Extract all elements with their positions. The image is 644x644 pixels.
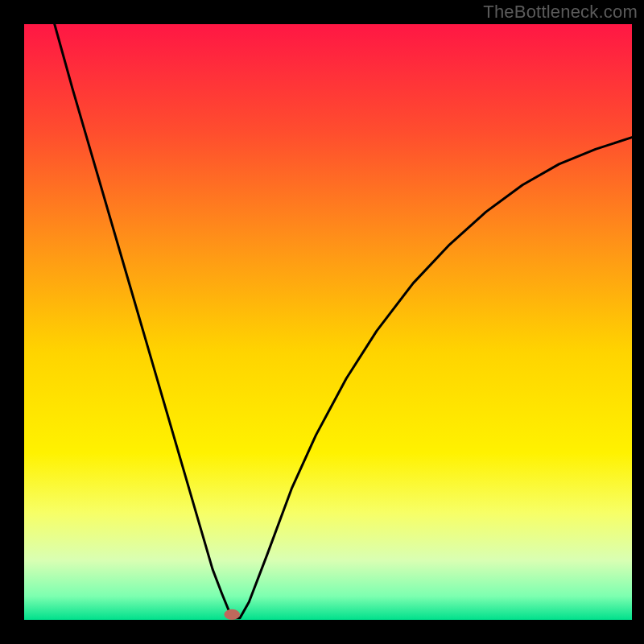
chart-frame: TheBottleneck.com: [0, 0, 644, 644]
optimum-marker: [224, 609, 240, 620]
bottleneck-chart: [0, 0, 644, 644]
gradient-background: [24, 24, 632, 620]
